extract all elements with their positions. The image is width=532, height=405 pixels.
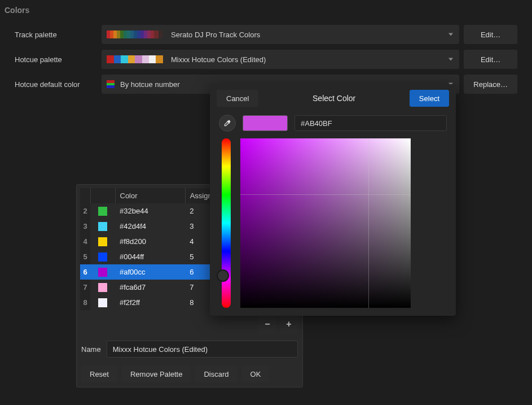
row-hex[interactable]: #0044ff [115,249,185,264]
hotcue-default-value: By hotcue number [120,80,180,89]
hotcue-default-replace-button[interactable]: Replace… [464,75,517,94]
palette-name-label: Name [81,345,101,354]
row-hex[interactable]: #af00cc [115,264,185,280]
cancel-button[interactable]: Cancel [217,90,258,107]
row-swatch-cell[interactable] [90,219,115,234]
hue-track [222,138,231,308]
row-hex[interactable]: #32be44 [115,203,185,219]
col-color[interactable]: Color [115,188,185,203]
row-index: 6 [80,264,90,280]
color-picker-dialog: Cancel Select Color Select [210,84,456,316]
color-swatch [98,207,107,216]
hue-slider[interactable] [219,138,234,308]
col-index [80,188,90,203]
hotcue-default-preview [107,80,115,88]
ok-button[interactable]: OK [242,365,270,382]
track-palette-edit-button[interactable]: Edit… [464,25,517,44]
track-palette-preview [107,31,163,38]
color-swatch [98,237,107,246]
remove-palette-button[interactable]: Remove Palette [122,365,191,382]
row-index: 2 [80,203,90,219]
eyedropper-icon [223,119,231,127]
hotcue-palette-select[interactable]: Mixxx Hotcue Colors (Edited) [102,50,459,69]
track-palette-select[interactable]: Serato DJ Pro Track Colors [102,25,459,44]
picker-title: Select Color [258,94,409,103]
crosshair-v [368,138,369,308]
row-swatch-cell[interactable] [90,280,115,295]
row-hex[interactable]: #f2f2ff [115,295,185,310]
add-row-button[interactable]: + [280,315,298,334]
hotcue-palette-value: Mixxx Hotcue Colors (Edited) [171,55,266,64]
row-index: 5 [80,249,90,264]
col-swatch [90,188,115,203]
row-hex[interactable]: #f8d200 [115,234,185,249]
saturation-value-field[interactable] [240,138,411,308]
track-palette-label: Track palette [15,31,97,39]
row-swatch-cell[interactable] [90,234,115,249]
hotcue-palette-label: Hotcue palette [15,55,97,64]
hue-thumb[interactable] [217,269,229,282]
color-swatch [98,222,107,231]
section-title: Colors [0,0,532,20]
row-hex[interactable]: #fca6d7 [115,280,185,295]
row-index: 3 [80,219,90,234]
row-index: 4 [80,234,90,249]
row-swatch-cell[interactable] [90,249,115,264]
row-index: 8 [80,295,90,310]
eyedropper-button[interactable] [219,115,236,132]
hotcue-default-label: Hotcue default color [15,80,97,89]
reset-button[interactable]: Reset [81,365,117,382]
current-color-swatch [243,115,288,131]
color-swatch [98,252,107,262]
row-hex[interactable]: #42d4f4 [115,219,185,234]
chevron-down-icon [449,58,453,61]
crosshair-h [240,194,411,195]
color-swatch [98,283,107,292]
row-index: 7 [80,280,90,295]
hotcue-palette-preview [107,55,163,63]
palette-name-input[interactable] [107,341,298,358]
discard-button[interactable]: Discard [195,365,237,382]
row-swatch-cell[interactable] [90,203,115,219]
chevron-down-icon [449,33,453,36]
hotcue-palette-edit-button[interactable]: Edit… [464,50,517,69]
color-swatch [98,268,107,277]
select-button[interactable]: Select [410,90,449,107]
row-swatch-cell[interactable] [90,264,115,280]
remove-row-button[interactable]: − [258,315,276,334]
track-palette-value: Serato DJ Pro Track Colors [171,31,260,39]
color-swatch [98,298,107,307]
row-swatch-cell[interactable] [90,295,115,310]
hex-input[interactable] [294,115,447,131]
